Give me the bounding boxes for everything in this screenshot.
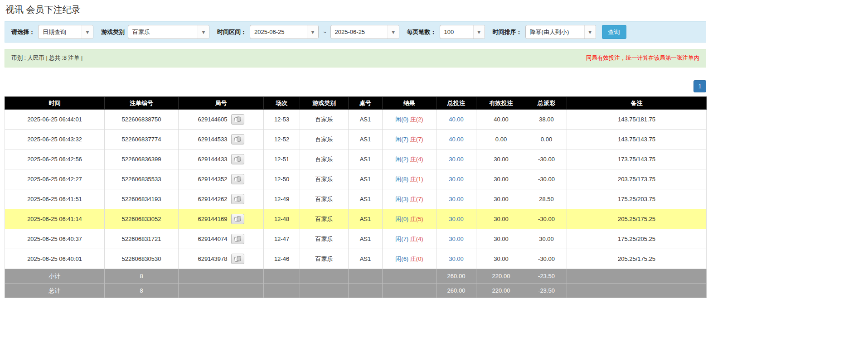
valid-bet-cell: 30.00 [476,209,526,229]
summary-cell: 260.00 [436,269,476,284]
game-type-cell: 百家乐 [300,209,349,229]
filter-bar: 请选择： 日期查询 ▼ 游戏类别 百家乐 ▼ 时间区间： 2025-06-25 … [5,21,706,43]
result-banker: 庄(7) [410,136,423,143]
column-header: 总投注 [436,97,476,110]
game-type-label: 游戏类别 [101,28,125,36]
result-banker: 庄(1) [410,176,423,183]
chevron-down-icon: ▼ [584,25,596,39]
table-no-cell: AS1 [349,209,383,229]
view-cards-button[interactable] [231,194,244,204]
summary-cell [349,284,383,298]
cards-icon [234,116,241,122]
summary-cell [300,284,349,298]
session-cell: 12-52 [264,130,300,149]
game-type-cell: 百家乐 [300,110,349,130]
page-size-select[interactable]: 100 ▼ [440,25,485,39]
column-header: 局号 [179,97,264,110]
session-cell: 12-49 [264,189,300,209]
table-no-cell: AS1 [349,249,383,269]
query-type-select[interactable]: 日期查询 ▼ [38,25,93,39]
summary-cell: 8 [105,269,179,284]
column-header: 游戏类别 [300,97,349,110]
result-cell: 闲(7) 庄(7) [383,130,436,149]
time-cell: 2025-06-25 06:42:56 [5,149,105,169]
total-bet-link[interactable]: 30.00 [449,176,464,183]
column-header: 时间 [5,97,105,110]
search-button[interactable]: 查询 [602,25,626,39]
round-id: 629144074 [198,236,227,242]
result-banker: 庄(7) [410,196,423,202]
round-id: 629144352 [198,176,227,183]
result-player: 闲(3) [395,196,408,202]
note-cell: 205.25/175.25 [567,209,707,229]
column-header: 桌号 [349,97,383,110]
summary-cell: 260.00 [436,284,476,298]
view-cards-button[interactable] [231,234,244,244]
round-cell: 629144433 [179,149,264,169]
view-cards-button[interactable] [231,154,244,164]
table-footer: 小计8260.00220.00-23.50总计8260.00220.00-23.… [5,269,707,298]
result-banker: 庄(2) [410,116,423,123]
date-to-select[interactable]: 2025-06-25 ▼ [330,25,399,39]
round-id: 629144605 [198,116,227,123]
session-cell: 12-47 [264,229,300,249]
date-from-select[interactable]: 2025-06-25 ▼ [250,25,319,39]
view-cards-button[interactable] [231,254,244,264]
total-bet-cell: 30.00 [436,229,476,249]
total-bet-link[interactable]: 40.00 [449,136,464,143]
view-cards-button[interactable] [231,214,244,224]
total-bet-cell: 30.00 [436,249,476,269]
total-bet-link[interactable]: 40.00 [449,116,464,123]
total-bet-cell: 30.00 [436,149,476,169]
result-cell: 闲(7) 庄(4) [383,229,436,249]
result-player: 闲(2) [395,156,408,163]
summary-cell: 220.00 [476,269,526,284]
total-bet-link[interactable]: 30.00 [449,216,464,222]
date-from-value: 2025-06-25 [250,29,285,35]
summary-left-text: 币别 : 人民币 | 总共 :8 注单 | [11,54,82,62]
note-cell: 143.75/143.75 [567,130,707,149]
summary-cell [179,284,264,298]
table-row: 2025-06-25 06:40:01 522606830530 6291439… [5,249,707,269]
total-bet-cell: 30.00 [436,189,476,209]
valid-bet-cell: 30.00 [476,149,526,169]
result-player: 闲(6) [395,255,408,262]
total-bet-link[interactable]: 30.00 [449,236,464,242]
view-cards-button[interactable] [231,134,244,144]
query-type-value: 日期查询 [39,28,66,36]
summary-cell: -23.50 [526,269,567,284]
bet-id-cell: 522606836399 [105,149,179,169]
summary-cell [300,269,349,284]
total-bet-link[interactable]: 30.00 [449,156,464,163]
bet-id-cell: 522606834193 [105,189,179,209]
game-type-select[interactable]: 百家乐 ▼ [128,25,209,39]
cards-icon [234,216,241,222]
sort-order-value: 降幂(由大到小) [526,28,569,36]
payout-cell: -30.00 [526,169,567,189]
note-cell: 203.75/173.75 [567,169,707,189]
summary-cell [179,269,264,284]
sort-order-select[interactable]: 降幂(由大到小) ▼ [525,25,596,39]
total-bet-cell: 40.00 [436,110,476,130]
table-row: 2025-06-25 06:42:56 522606836399 6291444… [5,149,707,169]
view-cards-button[interactable] [231,174,244,184]
summary-right-text: 同局有效投注，统一计算在该局第一张注单内 [586,54,699,62]
table-row: 2025-06-25 06:44:01 522606838750 6291446… [5,110,707,130]
total-bet-cell: 30.00 [436,209,476,229]
time-range-label: 时间区间： [217,28,247,36]
total-bet-link[interactable]: 30.00 [449,196,464,202]
cards-icon [234,256,241,262]
cards-icon [234,136,241,142]
valid-bet-cell: 30.00 [476,229,526,249]
payout-cell: 30.00 [526,229,567,249]
result-banker: 庄(4) [410,156,423,163]
page-container: 视讯 会员下注纪录 请选择： 日期查询 ▼ 游戏类别 百家乐 ▼ 时间区间： 2… [5,2,706,298]
table-no-cell: AS1 [349,169,383,189]
view-cards-button[interactable] [231,114,244,125]
round-id: 629144433 [198,156,227,163]
page-button-1[interactable]: 1 [693,80,706,92]
bet-id-cell: 522606831721 [105,229,179,249]
time-cell: 2025-06-25 06:40:37 [5,229,105,249]
game-type-cell: 百家乐 [300,130,349,149]
total-bet-link[interactable]: 30.00 [449,255,464,262]
